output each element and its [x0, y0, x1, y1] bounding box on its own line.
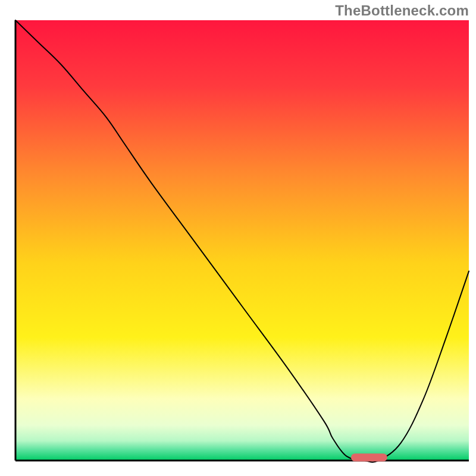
- bottleneck-chart: [0, 0, 476, 476]
- plot-background: [15, 20, 469, 461]
- optimal-range-marker: [351, 453, 387, 461]
- chart-container: TheBottleneck.com: [0, 0, 476, 476]
- watermark-text: TheBottleneck.com: [335, 2, 469, 19]
